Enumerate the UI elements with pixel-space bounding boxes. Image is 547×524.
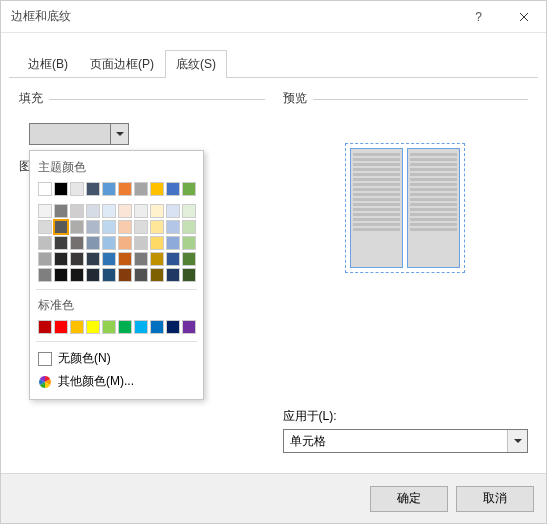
color-wheel-icon <box>38 375 52 389</box>
standard-color-row <box>36 318 197 336</box>
color-swatch[interactable] <box>86 204 100 218</box>
color-swatch[interactable] <box>54 268 68 282</box>
help-button[interactable]: ? <box>456 2 501 32</box>
color-swatch[interactable] <box>150 236 164 250</box>
color-swatch[interactable] <box>182 204 196 218</box>
color-swatch[interactable] <box>54 252 68 266</box>
color-swatch[interactable] <box>150 268 164 282</box>
popup-divider <box>36 289 197 290</box>
color-swatch[interactable] <box>166 236 180 250</box>
tab-borders[interactable]: 边框(B) <box>17 50 79 78</box>
tab-shading[interactable]: 底纹(S) <box>165 50 227 78</box>
color-swatch[interactable] <box>86 182 100 196</box>
fill-color-combo[interactable] <box>29 123 129 145</box>
color-swatch[interactable] <box>118 236 132 250</box>
fill-color-dropdown-button[interactable] <box>110 124 128 144</box>
color-picker-popup: 主题颜色 标准色 无颜色(N) <box>29 150 204 400</box>
close-button[interactable] <box>501 2 546 32</box>
color-swatch[interactable] <box>118 320 132 334</box>
chevron-down-icon <box>514 439 522 443</box>
no-color-swatch-icon <box>38 352 52 366</box>
color-swatch[interactable] <box>182 320 196 334</box>
color-swatch[interactable] <box>38 268 52 282</box>
close-icon <box>519 12 529 22</box>
color-swatch[interactable] <box>54 236 68 250</box>
apply-to-combo[interactable]: 单元格 <box>283 429 529 453</box>
color-swatch[interactable] <box>134 204 148 218</box>
color-swatch[interactable] <box>102 252 116 266</box>
color-swatch[interactable] <box>166 320 180 334</box>
color-swatch[interactable] <box>70 204 84 218</box>
color-swatch[interactable] <box>70 320 84 334</box>
color-swatch[interactable] <box>150 204 164 218</box>
color-swatch[interactable] <box>134 236 148 250</box>
standard-colors-label: 标准色 <box>36 295 197 318</box>
dialog-footer: 确定 取消 <box>1 473 546 523</box>
color-swatch[interactable] <box>134 220 148 234</box>
dialog-title: 边框和底纹 <box>11 8 456 25</box>
color-swatch[interactable] <box>134 182 148 196</box>
theme-shade-grid <box>36 202 197 284</box>
color-swatch[interactable] <box>182 236 196 250</box>
color-swatch[interactable] <box>54 220 68 234</box>
color-swatch[interactable] <box>166 182 180 196</box>
color-swatch[interactable] <box>182 220 196 234</box>
color-swatch[interactable] <box>38 220 52 234</box>
color-swatch[interactable] <box>102 220 116 234</box>
color-swatch[interactable] <box>86 320 100 334</box>
color-swatch[interactable] <box>134 268 148 282</box>
color-swatch[interactable] <box>54 182 68 196</box>
color-swatch[interactable] <box>102 236 116 250</box>
cancel-button[interactable]: 取消 <box>456 486 534 512</box>
color-swatch[interactable] <box>38 252 52 266</box>
more-colors-item[interactable]: 其他颜色(M)... <box>36 370 197 393</box>
color-swatch[interactable] <box>118 252 132 266</box>
tab-bar: 边框(B) 页面边框(P) 底纹(S) <box>9 41 538 78</box>
color-swatch[interactable] <box>118 268 132 282</box>
apply-to-dropdown-button[interactable] <box>507 430 527 452</box>
color-swatch[interactable] <box>38 182 52 196</box>
color-swatch[interactable] <box>166 268 180 282</box>
color-swatch[interactable] <box>70 182 84 196</box>
color-swatch[interactable] <box>166 204 180 218</box>
color-swatch[interactable] <box>38 320 52 334</box>
color-swatch[interactable] <box>38 204 52 218</box>
color-swatch[interactable] <box>150 320 164 334</box>
no-color-item[interactable]: 无颜色(N) <box>36 347 197 370</box>
color-swatch[interactable] <box>86 252 100 266</box>
color-swatch[interactable] <box>102 204 116 218</box>
color-swatch[interactable] <box>86 268 100 282</box>
color-swatch[interactable] <box>70 236 84 250</box>
color-swatch[interactable] <box>118 204 132 218</box>
color-swatch[interactable] <box>118 220 132 234</box>
fill-group-line <box>49 99 265 100</box>
ok-button[interactable]: 确定 <box>370 486 448 512</box>
color-swatch[interactable] <box>166 220 180 234</box>
color-swatch[interactable] <box>38 236 52 250</box>
color-swatch[interactable] <box>118 182 132 196</box>
color-swatch[interactable] <box>182 268 196 282</box>
color-swatch[interactable] <box>70 268 84 282</box>
color-swatch[interactable] <box>150 252 164 266</box>
color-swatch[interactable] <box>102 182 116 196</box>
color-swatch[interactable] <box>182 252 196 266</box>
color-swatch[interactable] <box>86 220 100 234</box>
color-swatch[interactable] <box>134 320 148 334</box>
color-swatch[interactable] <box>134 252 148 266</box>
color-swatch[interactable] <box>150 220 164 234</box>
chevron-down-icon <box>116 132 124 136</box>
color-swatch[interactable] <box>86 236 100 250</box>
color-swatch[interactable] <box>54 320 68 334</box>
theme-color-row <box>36 180 197 198</box>
color-swatch[interactable] <box>182 182 196 196</box>
color-swatch[interactable] <box>54 204 68 218</box>
borders-shading-dialog: 边框和底纹 ? 边框(B) 页面边框(P) 底纹(S) 填充 图 主题颜色 <box>0 0 547 524</box>
color-swatch[interactable] <box>70 252 84 266</box>
more-colors-label: 其他颜色(M)... <box>58 373 134 390</box>
color-swatch[interactable] <box>166 252 180 266</box>
tab-page-borders[interactable]: 页面边框(P) <box>79 50 165 78</box>
color-swatch[interactable] <box>102 268 116 282</box>
color-swatch[interactable] <box>102 320 116 334</box>
color-swatch[interactable] <box>150 182 164 196</box>
color-swatch[interactable] <box>70 220 84 234</box>
